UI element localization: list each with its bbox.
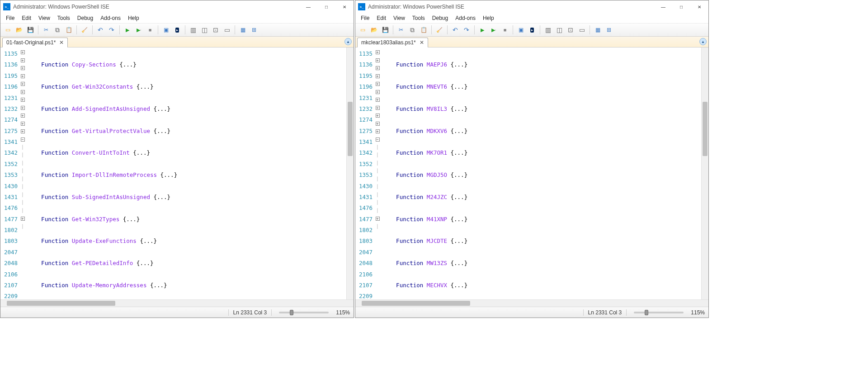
fold-gutter[interactable]: +++++++++++−│││││││││+│ bbox=[374, 48, 381, 299]
redo-icon[interactable] bbox=[461, 24, 472, 35]
new-file-icon[interactable] bbox=[2, 24, 13, 35]
show-console-icon[interactable] bbox=[576, 24, 587, 35]
toolbar-separator bbox=[393, 25, 393, 34]
toolbar-separator bbox=[431, 25, 432, 34]
undo-icon[interactable] bbox=[95, 24, 106, 35]
toolbar-separator bbox=[185, 25, 185, 34]
show-script-pane-top-icon[interactable] bbox=[542, 24, 553, 35]
start-powershell-icon[interactable] bbox=[527, 24, 538, 35]
new-remote-tab-icon[interactable] bbox=[515, 24, 526, 35]
undo-icon[interactable] bbox=[450, 24, 461, 35]
toolbar-separator bbox=[76, 25, 77, 34]
titlebar[interactable]: >_ Administrator: Windows PowerShell ISE… bbox=[0, 0, 354, 13]
zoom-thumb[interactable] bbox=[290, 310, 293, 315]
toolbar-separator bbox=[513, 25, 513, 34]
code-content[interactable]: Function Copy-Sections {...} Function Ge… bbox=[26, 48, 346, 299]
show-command-addon-icon[interactable] bbox=[592, 24, 603, 35]
minimize-button[interactable]: — bbox=[654, 0, 672, 13]
close-button[interactable]: ✕ bbox=[690, 0, 708, 13]
horizontal-scroll-thumb[interactable] bbox=[7, 301, 115, 306]
menu-tools[interactable]: Tools bbox=[409, 14, 429, 22]
code-editor[interactable]: 1135 1136 1195 1196 1231 1232 1274 1275 … bbox=[355, 47, 701, 299]
run-selection-icon[interactable] bbox=[488, 24, 499, 35]
save-file-icon[interactable] bbox=[25, 24, 36, 35]
show-command-addon-icon[interactable] bbox=[237, 24, 248, 35]
menu-help[interactable]: Help bbox=[124, 14, 143, 22]
show-script-pane-right-icon[interactable] bbox=[199, 24, 210, 35]
minimize-button[interactable]: — bbox=[299, 0, 317, 13]
menu-debug[interactable]: Debug bbox=[74, 14, 97, 22]
stop-icon[interactable] bbox=[500, 24, 510, 35]
show-script-pane-max-icon[interactable] bbox=[565, 24, 576, 35]
save-file-icon[interactable] bbox=[380, 24, 391, 35]
zoom-thumb[interactable] bbox=[645, 310, 648, 315]
code-content[interactable]: Function MAEPJ6 {...} Function MNEVT6 {.… bbox=[381, 48, 701, 299]
show-script-pane-max-icon[interactable] bbox=[210, 24, 221, 35]
toolbar-separator bbox=[38, 25, 38, 34]
clear-icon[interactable] bbox=[434, 24, 445, 35]
paste-icon[interactable] bbox=[63, 24, 74, 35]
close-tab-icon[interactable]: ✕ bbox=[58, 39, 65, 46]
cut-icon[interactable] bbox=[396, 24, 406, 35]
run-script-icon[interactable] bbox=[477, 24, 488, 35]
open-file-icon[interactable] bbox=[368, 24, 379, 35]
start-powershell-icon[interactable] bbox=[172, 24, 183, 35]
menu-file[interactable]: File bbox=[357, 14, 373, 22]
fold-gutter[interactable]: +++++++++++−│││││││││+│ bbox=[19, 48, 26, 299]
clear-icon[interactable] bbox=[79, 24, 90, 35]
ise-window-0: >_ Administrator: Windows PowerShell ISE… bbox=[0, 0, 354, 318]
menu-view[interactable]: View bbox=[35, 14, 54, 22]
vertical-scrollbar[interactable] bbox=[701, 47, 708, 299]
redo-icon[interactable] bbox=[106, 24, 117, 35]
vertical-scroll-thumb[interactable] bbox=[703, 102, 708, 156]
toggle-script-pane-icon[interactable]: ▲ bbox=[699, 38, 707, 45]
menu-help[interactable]: Help bbox=[479, 14, 498, 22]
new-file-icon[interactable] bbox=[357, 24, 368, 35]
run-selection-icon[interactable] bbox=[133, 24, 144, 35]
horizontal-scrollbar[interactable] bbox=[355, 299, 708, 307]
copy-icon[interactable] bbox=[52, 24, 63, 35]
paste-icon[interactable] bbox=[418, 24, 429, 35]
menu-file[interactable]: File bbox=[2, 14, 18, 22]
zoom-slider[interactable] bbox=[634, 312, 684, 313]
horizontal-scrollbar[interactable] bbox=[0, 299, 354, 307]
menu-add-ons[interactable]: Add-ons bbox=[452, 14, 479, 22]
show-command-window-icon[interactable] bbox=[249, 24, 259, 35]
vertical-scrollbar[interactable] bbox=[346, 47, 354, 299]
menu-edit[interactable]: Edit bbox=[373, 14, 390, 22]
titlebar[interactable]: >_ Administrator: Windows PowerShell ISE… bbox=[355, 0, 708, 13]
zoom-slider[interactable] bbox=[279, 312, 329, 313]
maximize-button[interactable]: □ bbox=[317, 0, 335, 13]
copy-icon[interactable] bbox=[407, 24, 418, 35]
vertical-scroll-thumb[interactable] bbox=[348, 102, 353, 156]
show-script-pane-top-icon[interactable] bbox=[188, 24, 198, 35]
toggle-script-pane-icon[interactable]: ▲ bbox=[344, 38, 352, 45]
tabstrip: 01-fast-Original.ps1* ✕ ▲ bbox=[0, 37, 354, 47]
menu-debug[interactable]: Debug bbox=[429, 14, 452, 22]
cursor-position: Ln 2331 Col 3 bbox=[583, 309, 627, 316]
menu-view[interactable]: View bbox=[390, 14, 409, 22]
close-button[interactable]: ✕ bbox=[335, 0, 354, 13]
menu-tools[interactable]: Tools bbox=[54, 14, 74, 22]
app-icon: >_ bbox=[358, 3, 365, 10]
menu-edit[interactable]: Edit bbox=[18, 14, 35, 22]
menu-add-ons[interactable]: Add-ons bbox=[97, 14, 124, 22]
toolbar-separator bbox=[540, 25, 540, 34]
window-title: Administrator: Windows PowerShell ISE bbox=[368, 4, 654, 10]
stop-icon[interactable] bbox=[145, 24, 156, 35]
script-tab[interactable]: 01-fast-Original.ps1* ✕ bbox=[2, 38, 68, 47]
run-script-icon[interactable] bbox=[122, 24, 133, 35]
show-script-pane-right-icon[interactable] bbox=[554, 24, 565, 35]
cut-icon[interactable] bbox=[41, 24, 52, 35]
show-command-window-icon[interactable] bbox=[604, 24, 614, 35]
maximize-button[interactable]: □ bbox=[672, 0, 690, 13]
menubar: FileEditViewToolsDebugAdd-onsHelp bbox=[355, 13, 708, 23]
script-tab[interactable]: mkclear1803alias.ps1* ✕ bbox=[357, 38, 428, 47]
horizontal-scroll-thumb[interactable] bbox=[362, 301, 470, 306]
close-tab-icon[interactable]: ✕ bbox=[419, 39, 425, 46]
toolbar-separator bbox=[590, 25, 590, 34]
code-editor[interactable]: 1135 1136 1195 1196 1231 1232 1274 1275 … bbox=[0, 47, 346, 299]
show-console-icon[interactable] bbox=[222, 24, 232, 35]
new-remote-tab-icon[interactable] bbox=[160, 24, 171, 35]
open-file-icon[interactable] bbox=[14, 24, 24, 35]
